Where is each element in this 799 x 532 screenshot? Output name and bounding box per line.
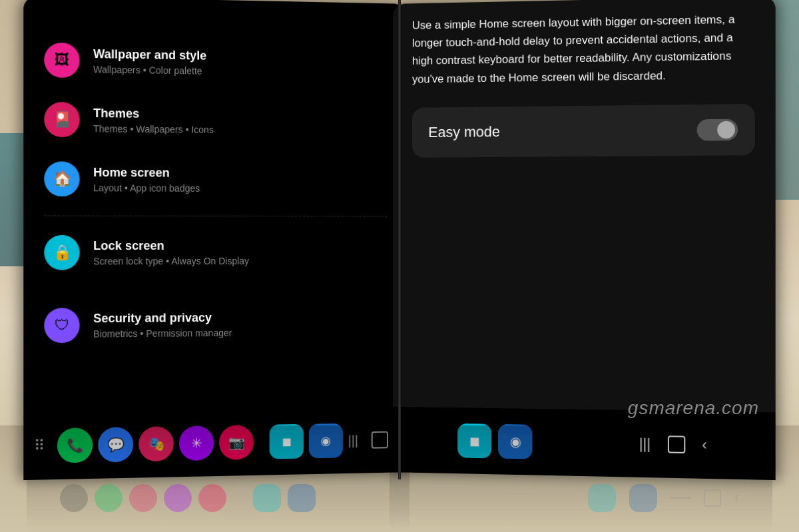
homescreen-title: Home screen <box>93 165 387 180</box>
phone-left-panel: 🖼 Wallpaper and style Wallpapers • Color… <box>23 0 406 480</box>
left-screen: 🖼 Wallpaper and style Wallpapers • Color… <box>23 0 406 480</box>
security-icon: 🛡 <box>44 308 79 343</box>
homescreen-text-block: Home screen Layout • App icon badges <box>93 165 387 194</box>
themes-icon: 🎴 <box>44 102 79 137</box>
settings-list: 🖼 Wallpaper and style Wallpapers • Color… <box>44 30 387 355</box>
settings-item-security[interactable]: 🛡 Security and privacy Biometrics • Perm… <box>44 294 387 356</box>
themes-subtitle: Themes • Wallpapers • Icons <box>93 123 387 136</box>
security-title: Security and privacy <box>93 310 387 326</box>
fold-divider <box>398 0 401 479</box>
homescreen-icon: 🏠 <box>44 161 79 196</box>
reflection-icons-row <box>60 484 316 512</box>
lockscreen-subtitle: Screen lock type • Always On Display <box>93 255 387 266</box>
security-subtitle: Biometrics • Permission manager <box>93 326 387 340</box>
scene: 🖼 Wallpaper and style Wallpapers • Color… <box>0 0 799 532</box>
wallpaper-icon: 🖼 <box>44 43 79 79</box>
themes-text-block: Themes Themes • Wallpapers • Icons <box>93 106 387 136</box>
reflection-right-icons: ‹ <box>588 484 739 512</box>
settings-item-wallpaper[interactable]: 🖼 Wallpaper and style Wallpapers • Color… <box>44 30 387 94</box>
reflection-right: ‹ <box>390 425 772 532</box>
wallpaper-text-block: Wallpaper and style Wallpapers • Color p… <box>93 47 387 79</box>
watermark: gsmarena.com <box>628 398 759 419</box>
settings-item-themes[interactable]: 🎴 Themes Themes • Wallpapers • Icons <box>44 90 387 152</box>
themes-title: Themes <box>93 106 387 123</box>
wallpaper-title: Wallpaper and style <box>93 47 387 65</box>
reflection-left <box>27 425 409 532</box>
easy-mode-container[interactable]: Easy mode <box>412 104 755 158</box>
lockscreen-icon: 🔒 <box>44 235 79 270</box>
easy-mode-label: Easy mode <box>428 123 500 141</box>
settings-item-homescreen[interactable]: 🏠 Home screen Layout • App icon badges <box>44 149 387 216</box>
lockscreen-title: Lock screen <box>93 238 387 252</box>
easy-mode-toggle[interactable] <box>697 119 738 140</box>
lockscreen-text-block: Lock screen Screen lock type • Always On… <box>93 238 387 266</box>
toggle-knob <box>717 121 735 138</box>
wallpaper-subtitle: Wallpapers • Color palette <box>93 64 387 79</box>
security-text-block: Security and privacy Biometrics • Permis… <box>93 310 387 339</box>
homescreen-subtitle: Layout • App icon badges <box>93 182 387 194</box>
easy-mode-description: Use a simple Home screen layout with big… <box>412 0 755 88</box>
settings-item-lockscreen[interactable]: 🔒 Lock screen Screen lock type • Always … <box>44 223 387 282</box>
